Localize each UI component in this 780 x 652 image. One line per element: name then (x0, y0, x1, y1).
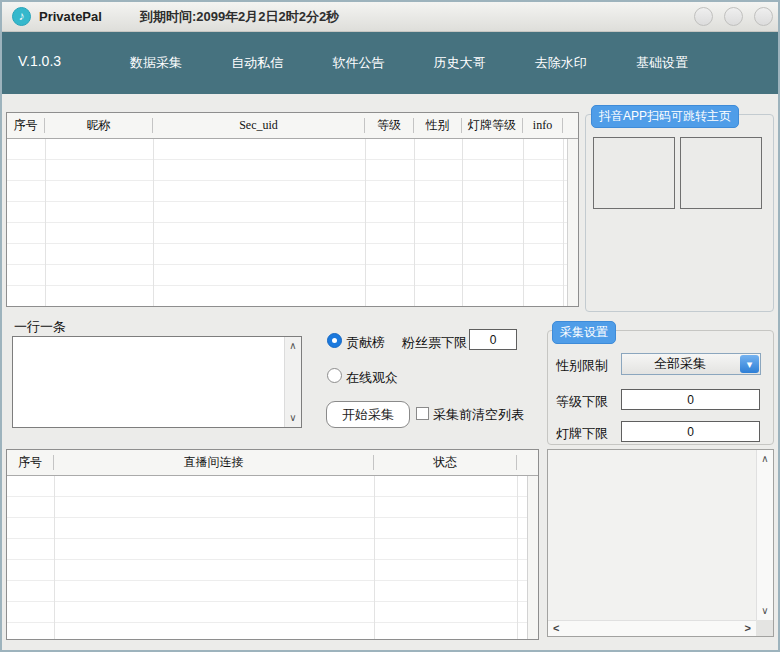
nav-item-announcement[interactable]: 软件公告 (332, 54, 384, 72)
user-table-header-level[interactable]: 等级 (365, 118, 414, 133)
user-table-header-filler (563, 118, 578, 133)
expiry-time-label: 到期时间:2099年2月2日2时2分2秒 (140, 8, 339, 26)
column-divider (45, 139, 46, 306)
fan-ticket-limit-label: 粉丝票下限 (402, 334, 467, 352)
column-divider (54, 476, 55, 639)
log-panel[interactable]: ∧ ∨ < > (547, 449, 774, 637)
qr-panel: 抖音APP扫码可跳转主页 (585, 114, 774, 312)
user-table-header: 序号 昵称 Sec_uid 等级 性别 灯牌等级 info (7, 113, 578, 139)
user-table: 序号 昵称 Sec_uid 等级 性别 灯牌等级 info (6, 112, 579, 307)
radio-online-viewers-label[interactable]: 在线观众 (346, 369, 398, 387)
scroll-up-icon[interactable]: ∧ (285, 339, 301, 353)
gender-limit-value: 全部采集 (622, 354, 738, 374)
level-limit-label: 等级下限 (556, 393, 608, 411)
minimize-button[interactable] (694, 7, 713, 26)
radio-online-viewers[interactable] (327, 368, 342, 383)
scroll-down-icon[interactable]: ∨ (285, 411, 301, 425)
nav-item-history[interactable]: 历史大哥 (434, 54, 486, 72)
navbar: V.1.0.3 数据采集 自动私信 软件公告 历史大哥 去除水印 基础设置 (2, 32, 778, 94)
radio-contribution-list[interactable] (327, 333, 342, 348)
clear-before-collect-checkbox[interactable] (416, 407, 429, 420)
column-divider (365, 139, 366, 306)
close-button[interactable] (754, 7, 773, 26)
scroll-down-icon[interactable]: ∨ (757, 604, 773, 618)
room-table-header-index[interactable]: 序号 (7, 455, 54, 470)
app-window: ♪ PrivatePal 到期时间:2099年2月2日2时2分2秒 V.1.0.… (0, 0, 780, 652)
level-limit-input[interactable] (621, 389, 760, 410)
scroll-right-icon[interactable]: > (745, 621, 751, 636)
room-table-body[interactable] (7, 476, 538, 639)
user-table-header-lamp-level[interactable]: 灯牌等级 (462, 118, 523, 133)
nav-item-basic-settings[interactable]: 基础设置 (636, 54, 688, 72)
titlebar: ♪ PrivatePal 到期时间:2099年2月2日2时2分2秒 (2, 2, 778, 32)
start-collect-button[interactable]: 开始采集 (326, 401, 410, 428)
music-note-icon: ♪ (19, 9, 25, 23)
user-table-header-nickname[interactable]: 昵称 (45, 118, 153, 133)
user-table-body[interactable] (7, 139, 578, 306)
qr-code-placeholder-left (593, 137, 675, 209)
app-title: PrivatePal (39, 9, 102, 24)
nav-menu: 数据采集 自动私信 软件公告 历史大哥 去除水印 基础设置 (130, 32, 688, 94)
settings-panel-title-badge: 采集设置 (552, 321, 616, 344)
textarea-scrollbar[interactable]: ∧ ∨ (284, 337, 301, 427)
qr-code-placeholder-right (680, 137, 762, 209)
column-divider (153, 139, 154, 306)
fan-ticket-limit-input[interactable] (469, 329, 517, 350)
list-input-label: 一行一条 (14, 318, 66, 336)
room-table-scrollbar[interactable] (527, 476, 538, 639)
version-label: V.1.0.3 (18, 53, 61, 69)
scroll-up-icon[interactable]: ∧ (757, 452, 773, 466)
column-divider (517, 476, 518, 639)
nav-item-remove-watermark[interactable]: 去除水印 (535, 54, 587, 72)
column-divider (414, 139, 415, 306)
room-table-header-link[interactable]: 直播间连接 (54, 455, 374, 470)
user-table-scrollbar[interactable] (567, 139, 578, 306)
room-table-header-filler (517, 455, 538, 470)
log-horizontal-scrollbar[interactable]: < > (548, 620, 756, 636)
chevron-down-icon[interactable]: ▾ (740, 355, 759, 373)
gender-limit-label: 性别限制 (556, 357, 608, 375)
room-list-textarea[interactable]: ∧ ∨ (12, 336, 302, 428)
user-table-header-info[interactable]: info (523, 118, 563, 133)
user-table-header-secuid[interactable]: Sec_uid (153, 118, 365, 133)
scroll-left-icon[interactable]: < (553, 621, 559, 636)
radio-contribution-label[interactable]: 贡献榜 (346, 334, 385, 352)
nav-item-auto-dm[interactable]: 自动私信 (231, 54, 283, 72)
room-table: 序号 直播间连接 状态 (6, 449, 539, 640)
collect-settings-panel: 采集设置 性别限制 全部采集 ▾ 等级下限 灯牌下限 (547, 330, 774, 445)
lamp-limit-input[interactable] (621, 421, 760, 442)
window-controls (694, 7, 773, 26)
maximize-button[interactable] (724, 7, 743, 26)
app-logo-icon: ♪ (12, 7, 31, 26)
user-table-header-index[interactable]: 序号 (7, 118, 45, 133)
nav-item-data-collection[interactable]: 数据采集 (130, 54, 182, 72)
room-table-header-status[interactable]: 状态 (374, 455, 517, 470)
qr-panel-title-badge: 抖音APP扫码可跳转主页 (591, 105, 739, 128)
scrollbar-corner (756, 620, 773, 636)
user-table-header-gender[interactable]: 性别 (414, 118, 462, 133)
lamp-limit-label: 灯牌下限 (556, 425, 608, 443)
room-table-header: 序号 直播间连接 状态 (7, 450, 538, 476)
column-divider (523, 139, 524, 306)
main-area: 序号 昵称 Sec_uid 等级 性别 灯牌等级 info (2, 94, 778, 650)
column-divider (563, 139, 564, 306)
log-vertical-scrollbar[interactable]: ∧ ∨ (756, 450, 773, 620)
clear-before-collect-label[interactable]: 采集前清空列表 (433, 406, 524, 424)
column-divider (374, 476, 375, 639)
gender-limit-dropdown[interactable]: 全部采集 ▾ (621, 353, 761, 375)
column-divider (462, 139, 463, 306)
